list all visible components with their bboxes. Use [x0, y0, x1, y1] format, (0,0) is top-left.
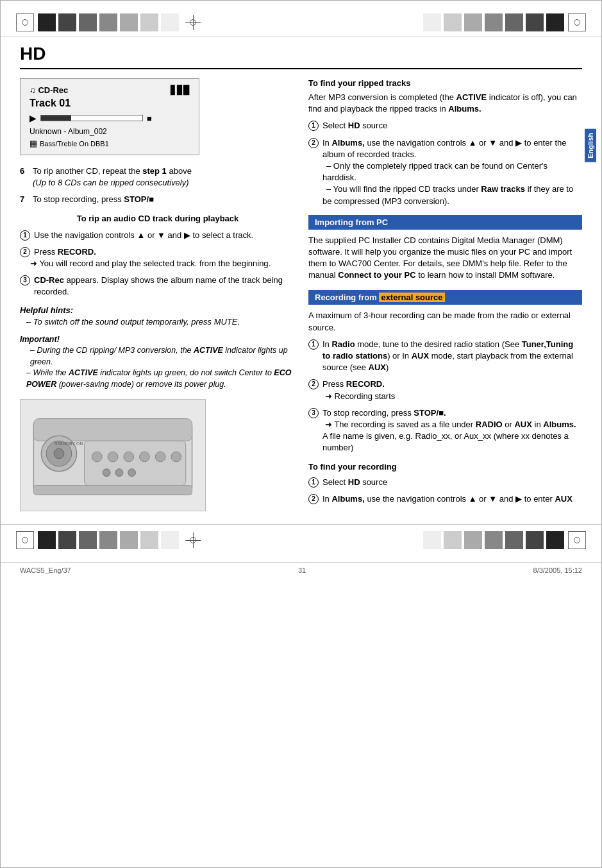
device-image: STANDBY·ON — [20, 399, 206, 511]
helpful-hints: Helpful hints: – To switch off the sound… — [20, 305, 296, 328]
rec-step-3-text: To stop recording, press STOP/■. ➜ The r… — [322, 407, 582, 454]
recording-steps: 1 In Radio mode, tune to the desired rad… — [308, 339, 582, 454]
helpful-hints-dash: – To switch off the sound output tempora… — [20, 316, 296, 328]
find-step-1: 1 Select HD source — [308, 477, 582, 488]
find-circle-2: 2 — [308, 494, 319, 504]
ripped-step-2-text: In Albums, use the navigation controls ▲… — [322, 137, 582, 207]
bottom-center-crosshair — [185, 532, 201, 548]
cd-album-label: Unknown - Album_002 — [29, 127, 190, 136]
ripped-section-title: To find your ripped tracks — [308, 78, 582, 88]
grid-icon: ▦ — [29, 139, 37, 148]
find-steps: 1 Select HD source 2 In Albums, use the … — [308, 477, 582, 505]
ripped-section: To find your ripped tracks After MP3 con… — [308, 78, 582, 207]
svg-point-12 — [171, 452, 181, 462]
bsr-mid — [464, 531, 482, 549]
helpful-hints-title: Helpful hints: — [20, 305, 296, 316]
darkest-sq — [546, 13, 564, 31]
rec-step-2-text: Press RECORD. ➜ Recording starts — [322, 379, 395, 402]
main-content: ♫ CD-Rec ▋▊▉ Track 01 ▶ ■ Unknown - Albu… — [1, 78, 601, 518]
recording-header: Recording from external source — [308, 290, 582, 305]
playback-step-2: 2 Press RECORD. ➜ You will record and pl… — [20, 246, 296, 269]
ripped-intro-text: After MP3 conversion is completed (the A… — [308, 92, 582, 115]
rec-step-3: 3 To stop recording, press STOP/■. ➜ The… — [308, 407, 582, 454]
bsr-light — [444, 531, 462, 549]
svg-point-5 — [54, 448, 64, 459]
ripped-steps: 1 Select HD source 2 In Albums, use the … — [308, 120, 582, 207]
step-6-text: To rip another CD, repeat the step 1 abo… — [33, 166, 192, 189]
bottom-squares-right — [423, 531, 564, 549]
cd-progress: ▶ ■ — [29, 113, 190, 123]
dark-square — [38, 13, 56, 31]
important-box: Important! – During the CD ripping/ MP3 … — [20, 334, 296, 391]
svg-rect-16 — [33, 486, 192, 495]
dark-square — [58, 13, 76, 31]
note-icon: ♫ CD-Rec — [29, 85, 68, 95]
svg-text:STANDBY·ON: STANDBY·ON — [54, 442, 83, 447]
play-icon: ▶ — [29, 113, 37, 123]
corner-box — [16, 13, 34, 31]
corner-box-right — [568, 13, 586, 31]
svg-point-8 — [108, 452, 118, 462]
step-7-text: To stop recording, press STOP/■ — [33, 194, 154, 205]
svg-point-10 — [140, 452, 150, 462]
playback-step-1: 1 Use the navigation controls ▲ or ▼ and… — [20, 230, 296, 241]
progress-bar — [40, 115, 143, 121]
lighter-square — [140, 13, 158, 31]
bsr-light — [423, 531, 441, 549]
light-sq — [423, 13, 441, 31]
lightest-square — [161, 13, 179, 31]
svg-point-14 — [115, 469, 123, 477]
highlight-text: external source — [379, 293, 444, 302]
mid-sq — [464, 13, 482, 31]
bsr-darker — [526, 531, 544, 549]
darker-sq — [526, 13, 544, 31]
playback-step-3: 3 CD-Rec appears. Display shows the albu… — [20, 275, 296, 298]
device-svg: STANDBY·ON — [21, 400, 205, 511]
bsr-dark — [505, 531, 523, 549]
step-7-num: 7 — [20, 194, 29, 205]
svg-point-7 — [92, 452, 102, 462]
top-crosshair — [185, 15, 201, 30]
mid-square — [79, 13, 97, 31]
light-square — [99, 13, 117, 31]
steps-list: 6 To rip another CD, repeat the step 1 a… — [20, 166, 296, 206]
bs-mid2 — [99, 531, 117, 549]
find-recording-section: To find your recording 1 Select HD sourc… — [308, 462, 582, 505]
rec-step-2: 2 Press RECORD. ➜ Recording starts — [308, 379, 582, 402]
bsr-mid — [485, 531, 503, 549]
rec-circle-1: 1 — [308, 339, 319, 350]
recording-intro: A maximum of 3-hour recording can be mad… — [308, 310, 582, 333]
important-title: Important! — [20, 334, 296, 346]
bottom-corner-box-left — [16, 531, 34, 549]
playback-step-3-text: CD-Rec appears. Display shows the album … — [34, 275, 296, 298]
progress-fill — [41, 115, 71, 121]
cd-bass-label: ▦ Bass/Treble On DBB1 — [29, 139, 190, 148]
svg-point-11 — [155, 452, 165, 462]
circle-2: 2 — [308, 138, 319, 148]
find-circle-1: 1 — [308, 477, 319, 488]
playback-step-2-text: Press RECORD. ➜ You will record and play… — [34, 246, 271, 269]
find-step-2-text: In Albums, use the navigation controls ▲… — [322, 493, 573, 505]
find-step-2: 2 In Albums, use the navigation controls… — [308, 493, 582, 505]
top-squares — [38, 13, 179, 31]
light-square — [120, 13, 138, 31]
page: English HD ♫ CD-Rec ▋▊▉ Track 01 ▶ ■ — [0, 0, 602, 868]
signal-icon: ▋▊▉ — [171, 85, 190, 95]
bs-mid — [79, 531, 97, 549]
playback-step-1-text: Use the navigation controls ▲ or ▼ and ▶… — [34, 230, 253, 241]
step-6-num: 6 — [20, 166, 29, 189]
dark-sq — [505, 13, 523, 31]
circle-1: 1 — [308, 121, 319, 131]
rec-circle-3: 3 — [308, 408, 319, 418]
circle-num-1: 1 — [20, 230, 30, 241]
important-line2: – While the ACTIVE indicator lights up g… — [20, 368, 296, 390]
light-sq — [444, 13, 462, 31]
recording-section: Recording from external source A maximum… — [308, 290, 582, 454]
page-title: HD — [20, 44, 582, 69]
circle-num-2: 2 — [20, 247, 30, 257]
cd-track-label: Track 01 — [29, 98, 190, 109]
stop-icon: ■ — [147, 114, 152, 123]
footer-left: WACS5_Eng/37 — [20, 566, 71, 574]
dark-sq — [485, 13, 503, 31]
bs-dark — [38, 531, 56, 549]
